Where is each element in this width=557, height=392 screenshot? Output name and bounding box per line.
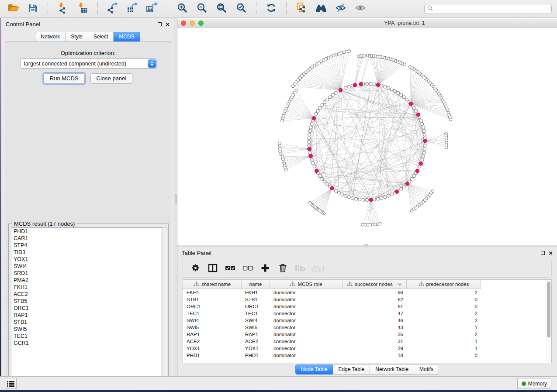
column-header-shared-name[interactable]: shared name bbox=[183, 280, 242, 289]
tab-mcds[interactable]: MCDS bbox=[114, 32, 140, 42]
graph-node[interactable] bbox=[402, 185, 405, 188]
graph-node[interactable] bbox=[412, 175, 415, 178]
mcds-result-item[interactable]: ACE2 bbox=[11, 291, 162, 298]
graph-mcds-node[interactable] bbox=[312, 117, 316, 120]
graph-node[interactable] bbox=[390, 193, 393, 196]
graph-node[interactable] bbox=[313, 165, 316, 168]
graph-node[interactable] bbox=[403, 63, 406, 66]
graph-node[interactable] bbox=[310, 122, 313, 125]
graph-node[interactable] bbox=[325, 98, 329, 101]
table-row[interactable]: YOX1YOX1connector291 bbox=[183, 345, 547, 352]
graph-node[interactable] bbox=[315, 112, 318, 115]
save-session-button[interactable] bbox=[27, 3, 39, 15]
graph-node[interactable] bbox=[316, 109, 319, 112]
table-row[interactable]: ORC1ORC1dominator610 bbox=[183, 303, 547, 310]
export-network-button[interactable] bbox=[107, 3, 119, 15]
graph-node[interactable] bbox=[390, 88, 393, 91]
table-row[interactable]: STB1STB1dominator620 bbox=[183, 296, 547, 303]
close-window-icon[interactable] bbox=[181, 21, 186, 26]
graph-node[interactable] bbox=[308, 144, 311, 147]
graph-node[interactable] bbox=[323, 100, 326, 103]
table-settings-button[interactable] bbox=[190, 264, 201, 274]
mcds-result-item[interactable]: CAR1 bbox=[11, 235, 162, 242]
graph-node[interactable] bbox=[387, 86, 390, 89]
select-all-button[interactable] bbox=[225, 264, 235, 274]
graph-node[interactable] bbox=[394, 89, 397, 93]
graph-node[interactable] bbox=[361, 223, 364, 226]
open-file-button[interactable] bbox=[7, 3, 19, 15]
graph-mcds-node[interactable] bbox=[308, 147, 311, 151]
column-header-name[interactable]: name bbox=[242, 280, 270, 289]
graph-node[interactable] bbox=[341, 193, 344, 196]
table-row[interactable]: RAP1RAP1dominator352 bbox=[183, 331, 547, 338]
graph-node[interactable] bbox=[355, 197, 358, 200]
graph-node[interactable] bbox=[380, 196, 383, 199]
graph-mcds-node[interactable] bbox=[339, 88, 343, 92]
float-table-panel-icon[interactable] bbox=[541, 251, 545, 255]
graph-node[interactable] bbox=[419, 119, 422, 122]
graph-node[interactable] bbox=[278, 142, 281, 145]
graph-mcds-node[interactable] bbox=[353, 83, 357, 87]
mcds-result-item[interactable]: SWI4 bbox=[11, 263, 162, 270]
graph-mcds-node[interactable] bbox=[376, 83, 380, 87]
graph-node[interactable] bbox=[307, 140, 310, 143]
graph-node[interactable] bbox=[400, 187, 403, 190]
run-mcds-button[interactable]: Run MCDS bbox=[44, 73, 85, 84]
search-box[interactable] bbox=[424, 4, 552, 14]
graph-node[interactable] bbox=[400, 93, 403, 96]
mcds-result-item[interactable]: FKH1 bbox=[11, 284, 162, 291]
graph-node[interactable] bbox=[318, 106, 322, 109]
mcds-result-item[interactable]: SWI5 bbox=[11, 326, 162, 333]
delete-column-button[interactable] bbox=[277, 264, 288, 274]
graph-node[interactable] bbox=[358, 198, 361, 201]
mcds-result-item[interactable]: SRD1 bbox=[11, 270, 162, 277]
graph-node[interactable] bbox=[365, 82, 368, 85]
graph-node[interactable] bbox=[415, 109, 418, 112]
table-row[interactable]: SWI4SWI4dominator462 bbox=[183, 317, 547, 324]
table-row[interactable]: ACE2ACE2connector311 bbox=[183, 338, 547, 345]
unselect-all-button[interactable] bbox=[242, 264, 253, 274]
show-panels-list-button[interactable] bbox=[5, 378, 17, 389]
graph-mcds-node[interactable] bbox=[423, 139, 427, 143]
graph-node[interactable] bbox=[384, 196, 387, 199]
graph-mcds-node[interactable] bbox=[315, 169, 319, 173]
graph-node[interactable] bbox=[308, 130, 311, 133]
first-neighbors-button[interactable] bbox=[315, 3, 327, 15]
graph-mcds-node[interactable] bbox=[359, 82, 363, 86]
tab-network-table[interactable]: Network Table bbox=[370, 364, 414, 375]
table-scrollbar[interactable] bbox=[546, 280, 551, 363]
graph-node[interactable] bbox=[422, 130, 426, 133]
graph-node[interactable] bbox=[376, 197, 379, 200]
graph-node[interactable] bbox=[380, 84, 383, 87]
graph-node[interactable] bbox=[422, 126, 425, 129]
graph-node[interactable] bbox=[422, 155, 425, 158]
graph-node[interactable] bbox=[423, 144, 426, 147]
graph-node[interactable] bbox=[281, 155, 284, 158]
close-panel-icon[interactable]: × bbox=[166, 22, 170, 26]
graph-node[interactable] bbox=[445, 146, 448, 149]
tab-select[interactable]: Select bbox=[88, 32, 114, 42]
graph-mcds-node[interactable] bbox=[395, 190, 399, 194]
graph-mcds-node[interactable] bbox=[415, 169, 419, 173]
table-scrollbar-thumb[interactable] bbox=[547, 282, 550, 337]
import-network-button[interactable] bbox=[57, 3, 69, 15]
graph-node[interactable] bbox=[334, 91, 337, 94]
search-input[interactable] bbox=[435, 6, 544, 12]
graph-node[interactable] bbox=[365, 198, 368, 201]
graph-node[interactable] bbox=[344, 86, 347, 89]
graph-node[interactable] bbox=[384, 85, 387, 88]
graph-node[interactable] bbox=[397, 91, 400, 94]
graph-mcds-node[interactable] bbox=[416, 113, 420, 117]
graph-node[interactable] bbox=[311, 162, 315, 165]
graph-node[interactable] bbox=[373, 198, 376, 201]
clone-network-button[interactable] bbox=[295, 3, 308, 15]
graph-node[interactable] bbox=[421, 158, 424, 162]
show-columns-button[interactable] bbox=[208, 264, 218, 274]
graph-node[interactable] bbox=[337, 191, 340, 194]
graph-node[interactable] bbox=[308, 137, 311, 140]
mcds-list-scrollbar[interactable] bbox=[162, 227, 167, 381]
zoom-fit-button[interactable] bbox=[215, 3, 228, 15]
show-all-button[interactable] bbox=[354, 3, 367, 15]
tab-style[interactable]: Style bbox=[66, 32, 88, 42]
graph-mcds-node[interactable] bbox=[309, 154, 313, 158]
